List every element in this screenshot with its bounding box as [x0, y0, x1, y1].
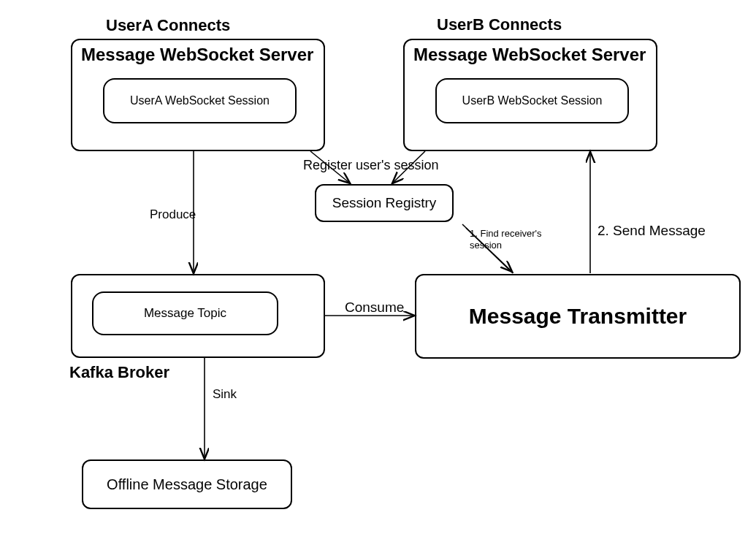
produce-label: Produce	[150, 207, 196, 222]
message-topic-label: Message Topic	[144, 306, 226, 321]
session-registry-label: Session Registry	[332, 195, 437, 211]
server-b-box: Message WebSocket Server UserB WebSocket…	[403, 39, 657, 151]
user-a-session-box: UserA WebSocket Session	[103, 78, 297, 123]
server-b-title: Message WebSocket Server	[413, 45, 654, 65]
user-a-header: UserA Connects	[106, 16, 230, 35]
kafka-broker-label: Kafka Broker	[69, 363, 169, 382]
send-message-label: 2. Send Message	[597, 223, 706, 239]
register-label: Register user's session	[303, 158, 439, 173]
find-receiver-label: 1. Find receiver's session	[470, 228, 557, 251]
user-b-session-box: UserB WebSocket Session	[435, 78, 629, 123]
offline-storage-box: Offline Message Storage	[82, 459, 292, 509]
message-transmitter-box: Message Transmitter	[415, 274, 741, 359]
message-topic-box: Message Topic	[92, 291, 278, 335]
message-transmitter-label: Message Transmitter	[469, 304, 687, 329]
sink-label: Sink	[213, 387, 237, 402]
user-b-header: UserB Connects	[437, 15, 562, 34]
user-b-session-label: UserB WebSocket Session	[462, 94, 603, 107]
offline-storage-label: Offline Message Storage	[107, 476, 267, 493]
session-registry-box: Session Registry	[315, 184, 454, 222]
user-a-session-label: UserA WebSocket Session	[130, 94, 270, 107]
server-a-box: Message WebSocket Server UserA WebSocket…	[71, 39, 325, 151]
kafka-broker-box: Message Topic	[71, 274, 325, 358]
server-a-title: Message WebSocket Server	[81, 45, 322, 65]
consume-label: Consume	[345, 300, 404, 316]
